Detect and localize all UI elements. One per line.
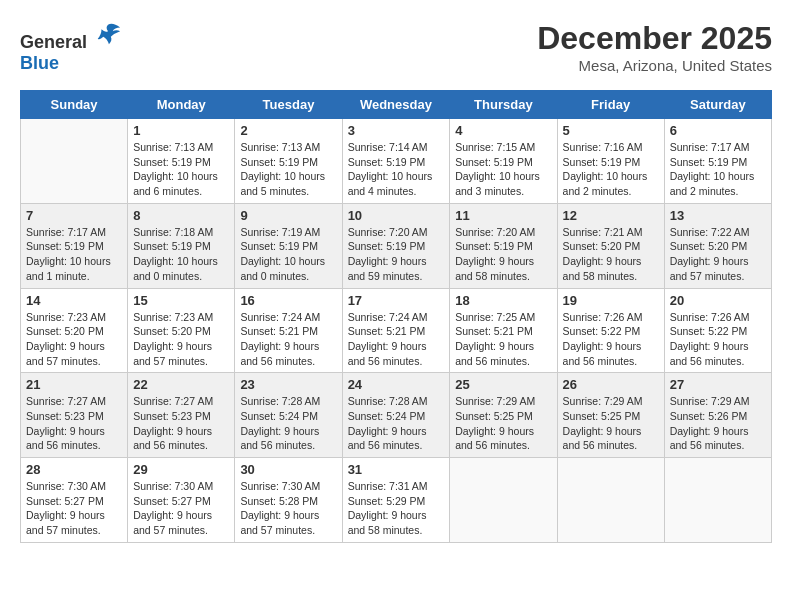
day-info: Sunrise: 7:25 AM Sunset: 5:21 PM Dayligh… xyxy=(455,310,551,369)
day-number: 1 xyxy=(133,123,229,138)
day-info: Sunrise: 7:18 AM Sunset: 5:19 PM Dayligh… xyxy=(133,225,229,284)
day-info: Sunrise: 7:13 AM Sunset: 5:19 PM Dayligh… xyxy=(240,140,336,199)
logo-general: General xyxy=(20,32,87,52)
calendar-cell: 9Sunrise: 7:19 AM Sunset: 5:19 PM Daylig… xyxy=(235,203,342,288)
calendar-cell: 27Sunrise: 7:29 AM Sunset: 5:26 PM Dayli… xyxy=(664,373,771,458)
calendar-cell: 6Sunrise: 7:17 AM Sunset: 5:19 PM Daylig… xyxy=(664,119,771,204)
calendar-header-sunday: Sunday xyxy=(21,91,128,119)
day-number: 2 xyxy=(240,123,336,138)
calendar-cell: 16Sunrise: 7:24 AM Sunset: 5:21 PM Dayli… xyxy=(235,288,342,373)
day-number: 28 xyxy=(26,462,122,477)
calendar-week-row: 21Sunrise: 7:27 AM Sunset: 5:23 PM Dayli… xyxy=(21,373,772,458)
day-number: 15 xyxy=(133,293,229,308)
calendar-cell: 28Sunrise: 7:30 AM Sunset: 5:27 PM Dayli… xyxy=(21,458,128,543)
calendar-cell: 5Sunrise: 7:16 AM Sunset: 5:19 PM Daylig… xyxy=(557,119,664,204)
day-number: 4 xyxy=(455,123,551,138)
day-number: 23 xyxy=(240,377,336,392)
day-number: 9 xyxy=(240,208,336,223)
day-number: 6 xyxy=(670,123,766,138)
calendar-cell: 4Sunrise: 7:15 AM Sunset: 5:19 PM Daylig… xyxy=(450,119,557,204)
calendar-cell: 26Sunrise: 7:29 AM Sunset: 5:25 PM Dayli… xyxy=(557,373,664,458)
calendar-cell: 21Sunrise: 7:27 AM Sunset: 5:23 PM Dayli… xyxy=(21,373,128,458)
calendar-cell: 20Sunrise: 7:26 AM Sunset: 5:22 PM Dayli… xyxy=(664,288,771,373)
calendar-week-row: 14Sunrise: 7:23 AM Sunset: 5:20 PM Dayli… xyxy=(21,288,772,373)
calendar-cell: 8Sunrise: 7:18 AM Sunset: 5:19 PM Daylig… xyxy=(128,203,235,288)
day-info: Sunrise: 7:20 AM Sunset: 5:19 PM Dayligh… xyxy=(455,225,551,284)
day-info: Sunrise: 7:20 AM Sunset: 5:19 PM Dayligh… xyxy=(348,225,445,284)
day-number: 25 xyxy=(455,377,551,392)
calendar-week-row: 1Sunrise: 7:13 AM Sunset: 5:19 PM Daylig… xyxy=(21,119,772,204)
calendar-cell: 11Sunrise: 7:20 AM Sunset: 5:19 PM Dayli… xyxy=(450,203,557,288)
calendar-header-friday: Friday xyxy=(557,91,664,119)
day-info: Sunrise: 7:23 AM Sunset: 5:20 PM Dayligh… xyxy=(26,310,122,369)
day-info: Sunrise: 7:15 AM Sunset: 5:19 PM Dayligh… xyxy=(455,140,551,199)
calendar-cell xyxy=(450,458,557,543)
page-header: General Blue December 2025 Mesa, Arizona… xyxy=(20,20,772,74)
day-info: Sunrise: 7:14 AM Sunset: 5:19 PM Dayligh… xyxy=(348,140,445,199)
calendar-header-monday: Monday xyxy=(128,91,235,119)
title-section: December 2025 Mesa, Arizona, United Stat… xyxy=(537,20,772,74)
day-info: Sunrise: 7:16 AM Sunset: 5:19 PM Dayligh… xyxy=(563,140,659,199)
calendar-cell: 23Sunrise: 7:28 AM Sunset: 5:24 PM Dayli… xyxy=(235,373,342,458)
day-number: 18 xyxy=(455,293,551,308)
calendar-cell: 7Sunrise: 7:17 AM Sunset: 5:19 PM Daylig… xyxy=(21,203,128,288)
day-info: Sunrise: 7:22 AM Sunset: 5:20 PM Dayligh… xyxy=(670,225,766,284)
calendar-cell: 22Sunrise: 7:27 AM Sunset: 5:23 PM Dayli… xyxy=(128,373,235,458)
calendar-cell: 13Sunrise: 7:22 AM Sunset: 5:20 PM Dayli… xyxy=(664,203,771,288)
day-info: Sunrise: 7:26 AM Sunset: 5:22 PM Dayligh… xyxy=(563,310,659,369)
day-info: Sunrise: 7:17 AM Sunset: 5:19 PM Dayligh… xyxy=(26,225,122,284)
logo: General Blue xyxy=(20,20,122,74)
logo-blue: Blue xyxy=(20,53,59,73)
calendar-table: SundayMondayTuesdayWednesdayThursdayFrid… xyxy=(20,90,772,543)
day-number: 17 xyxy=(348,293,445,308)
day-number: 14 xyxy=(26,293,122,308)
calendar-cell: 30Sunrise: 7:30 AM Sunset: 5:28 PM Dayli… xyxy=(235,458,342,543)
day-number: 10 xyxy=(348,208,445,223)
day-info: Sunrise: 7:28 AM Sunset: 5:24 PM Dayligh… xyxy=(348,394,445,453)
calendar-header-thursday: Thursday xyxy=(450,91,557,119)
day-info: Sunrise: 7:28 AM Sunset: 5:24 PM Dayligh… xyxy=(240,394,336,453)
calendar-week-row: 7Sunrise: 7:17 AM Sunset: 5:19 PM Daylig… xyxy=(21,203,772,288)
day-info: Sunrise: 7:21 AM Sunset: 5:20 PM Dayligh… xyxy=(563,225,659,284)
day-number: 27 xyxy=(670,377,766,392)
day-info: Sunrise: 7:23 AM Sunset: 5:20 PM Dayligh… xyxy=(133,310,229,369)
day-number: 19 xyxy=(563,293,659,308)
day-number: 22 xyxy=(133,377,229,392)
calendar-cell: 15Sunrise: 7:23 AM Sunset: 5:20 PM Dayli… xyxy=(128,288,235,373)
calendar-cell: 2Sunrise: 7:13 AM Sunset: 5:19 PM Daylig… xyxy=(235,119,342,204)
day-number: 31 xyxy=(348,462,445,477)
calendar-header-tuesday: Tuesday xyxy=(235,91,342,119)
day-info: Sunrise: 7:31 AM Sunset: 5:29 PM Dayligh… xyxy=(348,479,445,538)
calendar-cell: 17Sunrise: 7:24 AM Sunset: 5:21 PM Dayli… xyxy=(342,288,450,373)
day-info: Sunrise: 7:19 AM Sunset: 5:19 PM Dayligh… xyxy=(240,225,336,284)
calendar-cell: 29Sunrise: 7:30 AM Sunset: 5:27 PM Dayli… xyxy=(128,458,235,543)
calendar-cell: 18Sunrise: 7:25 AM Sunset: 5:21 PM Dayli… xyxy=(450,288,557,373)
day-number: 26 xyxy=(563,377,659,392)
day-number: 12 xyxy=(563,208,659,223)
page-title: December 2025 xyxy=(537,20,772,57)
calendar-header-saturday: Saturday xyxy=(664,91,771,119)
day-info: Sunrise: 7:24 AM Sunset: 5:21 PM Dayligh… xyxy=(240,310,336,369)
day-number: 20 xyxy=(670,293,766,308)
day-info: Sunrise: 7:29 AM Sunset: 5:25 PM Dayligh… xyxy=(563,394,659,453)
day-number: 30 xyxy=(240,462,336,477)
calendar-cell: 12Sunrise: 7:21 AM Sunset: 5:20 PM Dayli… xyxy=(557,203,664,288)
day-info: Sunrise: 7:17 AM Sunset: 5:19 PM Dayligh… xyxy=(670,140,766,199)
day-number: 13 xyxy=(670,208,766,223)
day-number: 16 xyxy=(240,293,336,308)
day-info: Sunrise: 7:27 AM Sunset: 5:23 PM Dayligh… xyxy=(26,394,122,453)
day-number: 11 xyxy=(455,208,551,223)
calendar-cell: 1Sunrise: 7:13 AM Sunset: 5:19 PM Daylig… xyxy=(128,119,235,204)
calendar-cell: 14Sunrise: 7:23 AM Sunset: 5:20 PM Dayli… xyxy=(21,288,128,373)
page-subtitle: Mesa, Arizona, United States xyxy=(537,57,772,74)
day-number: 29 xyxy=(133,462,229,477)
calendar-cell xyxy=(557,458,664,543)
calendar-cell xyxy=(21,119,128,204)
day-info: Sunrise: 7:24 AM Sunset: 5:21 PM Dayligh… xyxy=(348,310,445,369)
day-info: Sunrise: 7:30 AM Sunset: 5:27 PM Dayligh… xyxy=(133,479,229,538)
day-info: Sunrise: 7:13 AM Sunset: 5:19 PM Dayligh… xyxy=(133,140,229,199)
calendar-header-wednesday: Wednesday xyxy=(342,91,450,119)
day-number: 5 xyxy=(563,123,659,138)
day-info: Sunrise: 7:27 AM Sunset: 5:23 PM Dayligh… xyxy=(133,394,229,453)
calendar-cell: 24Sunrise: 7:28 AM Sunset: 5:24 PM Dayli… xyxy=(342,373,450,458)
